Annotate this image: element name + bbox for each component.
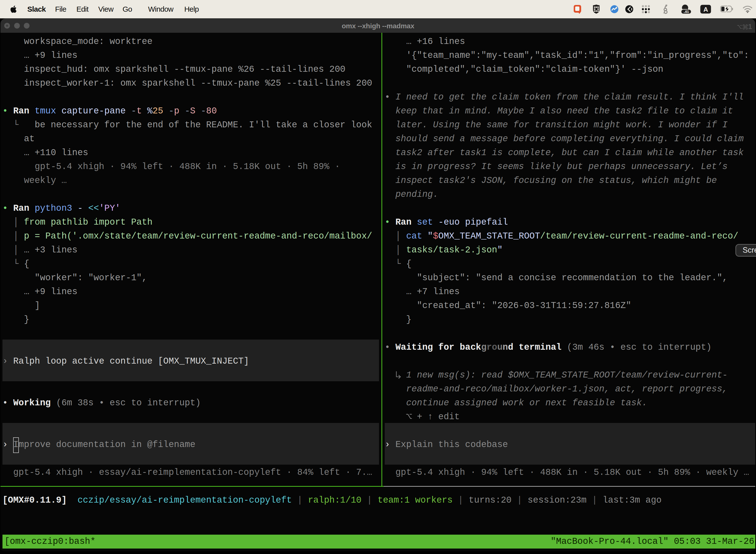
svg-text:..61: ..61 [684,10,689,14]
svg-text:A: A [703,6,708,13]
